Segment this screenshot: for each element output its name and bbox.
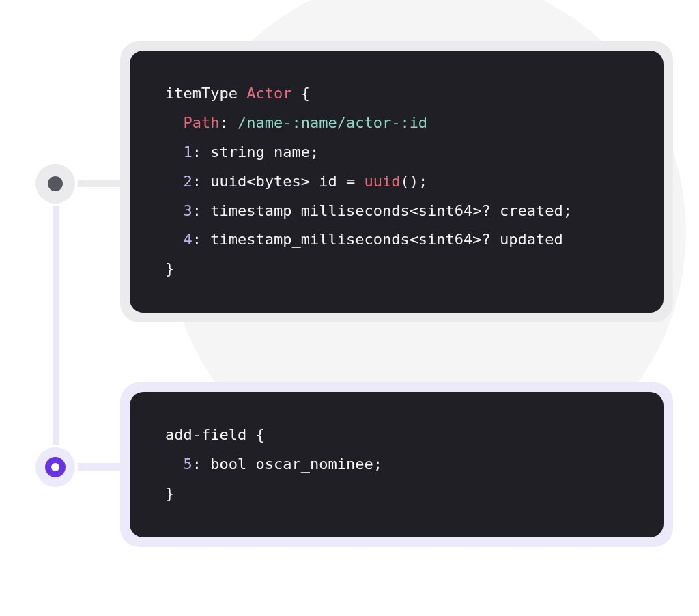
field-decl-2-pre: uuid<bytes> id = <box>210 173 364 190</box>
schema-code-block: itemType Actor { Path: /name-:name/actor… <box>130 51 664 313</box>
migration-card: add-field { 5: bool oscar_nominee; } <box>120 382 673 547</box>
keyword-itemtype: itemType <box>165 85 238 102</box>
timeline-node-1 <box>35 164 75 204</box>
schema-card: itemType Actor { Path: /name-:name/actor… <box>120 41 673 322</box>
open-brace: { <box>301 85 310 102</box>
field-index-5: 5 <box>183 456 192 473</box>
timeline-node-2 <box>35 447 75 487</box>
migration-code-block: add-field { 5: bool oscar_nominee; } <box>130 392 664 537</box>
close-brace-2: } <box>165 485 174 502</box>
field-index-4: 4 <box>183 231 192 248</box>
timeline-node-2-ring <box>45 457 66 477</box>
timeline-vertical-line <box>53 198 59 454</box>
colon: : <box>219 114 228 131</box>
close-brace: } <box>165 260 174 277</box>
path-value: /name-:name/actor-:id <box>238 114 427 131</box>
keyword-add-field: add-field <box>165 426 246 443</box>
path-label: Path <box>183 114 219 131</box>
open-brace-2: { <box>255 426 264 443</box>
field-index-1: 1 <box>183 143 192 160</box>
field-decl-1: string name; <box>210 143 319 160</box>
field-decl-5: bool oscar_nominee; <box>210 456 382 473</box>
field-index-3: 3 <box>183 202 192 219</box>
field-decl-4: timestamp_milliseconds<sint64>? updated <box>210 231 563 248</box>
timeline-node-2-dot <box>51 463 59 471</box>
field-decl-2-post: (); <box>400 173 427 190</box>
field-index-2: 2 <box>183 173 192 190</box>
field-decl-3: timestamp_milliseconds<sint64>? created; <box>210 202 572 219</box>
uuid-fn: uuid <box>364 173 400 190</box>
type-name: Actor <box>246 85 291 102</box>
timeline-node-1-dot <box>48 176 63 191</box>
timeline <box>35 164 76 505</box>
